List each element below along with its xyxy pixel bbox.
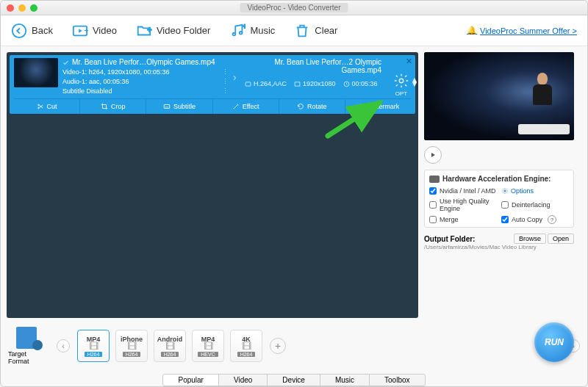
add-video-label: Video	[93, 25, 117, 36]
cut-button[interactable]: Cut	[14, 99, 80, 114]
nvidia-intel-amd-checkbox[interactable]: Nvidia / Intel / AMD	[429, 187, 497, 195]
svg-point-15	[504, 190, 506, 192]
merge-checkbox[interactable]: Merge	[429, 215, 497, 224]
help-icon[interactable]: ?	[548, 215, 556, 224]
svg-point-10	[399, 79, 404, 83]
tab-popular[interactable]: Popular	[162, 374, 218, 386]
target-format-button[interactable]: Target Format	[8, 327, 49, 365]
back-icon	[11, 23, 27, 39]
video-preview	[424, 52, 574, 140]
format-card-mp4-hevc[interactable]: MP4🎞HEVC	[192, 330, 224, 362]
close-window-button[interactable]	[7, 4, 14, 12]
run-button[interactable]: RUN	[534, 322, 574, 362]
remove-video-button[interactable]: ✕	[406, 57, 412, 66]
play-icon	[429, 151, 437, 159]
promo-link[interactable]: 🔔 VideoProc Summer Offer >	[467, 26, 577, 35]
svg-point-14	[359, 104, 362, 106]
clock-icon	[343, 81, 350, 87]
resolution-icon	[294, 81, 301, 87]
window-title: VideoProc - Video Converter	[240, 3, 348, 12]
format-bar: Target Format ‹ MP4🎞H264iPhone🎞H264Andro…	[1, 324, 587, 371]
bell-icon: 🔔	[467, 26, 477, 35]
tab-music[interactable]: Music	[320, 374, 370, 386]
hw-options-button[interactable]: Options	[501, 187, 569, 195]
output-duration: 00:05:36	[352, 80, 378, 87]
video-item-card[interactable]: ✕ Mr. Bean Live Perfor…Olympic Games.mp4…	[10, 55, 415, 114]
hw-accel-panel: Hardware Acceleration Engine: Nvidia / I…	[424, 170, 574, 228]
hw-title: Hardware Acceleration Engine:	[442, 175, 551, 183]
deinterlacing-checkbox[interactable]: Deinterlacing	[501, 198, 569, 212]
clear-label: Clear	[315, 25, 337, 36]
input-video-codec: Video-1: h264, 1920x1080, 00:05:36	[62, 68, 169, 76]
top-toolbar: Back + Video + Video Folder + Music Clea…	[1, 15, 587, 46]
svg-point-4	[233, 32, 236, 35]
reorder-arrows[interactable]: ▴▾	[412, 77, 417, 86]
add-video-button[interactable]: + Video	[72, 23, 117, 39]
browse-button[interactable]: Browse	[514, 234, 546, 244]
audio-track-menu[interactable]: ⋮	[222, 77, 229, 86]
svg-text:+: +	[84, 25, 88, 34]
effect-button[interactable]: Effect	[213, 99, 279, 114]
format-card-android-h264[interactable]: Android🎞H264	[154, 330, 186, 362]
svg-rect-7	[245, 82, 251, 85]
input-audio-codec: Audio-1: aac, 00:05:36	[62, 77, 129, 86]
back-button[interactable]: Back	[11, 23, 53, 39]
add-format-button[interactable]: +	[270, 338, 286, 354]
svg-text:+: +	[148, 25, 152, 33]
zoom-window-button[interactable]	[30, 4, 37, 12]
check-icon	[62, 59, 69, 66]
open-folder-button[interactable]: Open	[548, 234, 574, 244]
video-icon: +	[72, 23, 88, 39]
promo-label: VideoProc Summer Offer >	[480, 26, 577, 35]
target-format-label: Target Format	[8, 350, 49, 365]
format-category-tabs: PopularVideoDeviceMusicToolbox	[162, 374, 425, 386]
format-card-4k-h264[interactable]: 4K🎞H264	[230, 330, 262, 362]
format-card-mp4-h264[interactable]: MP4🎞H264	[77, 330, 110, 362]
trash-icon	[294, 23, 310, 39]
music-icon: +	[229, 23, 245, 39]
titlebar: VideoProc - Video Converter	[1, 1, 587, 15]
input-subtitle: Subtitle Disabled	[62, 87, 112, 95]
video-track-menu[interactable]: ⋮	[222, 68, 229, 76]
wand-icon	[232, 103, 240, 110]
add-music-button[interactable]: + Music	[229, 23, 275, 39]
crop-button[interactable]: Crop	[80, 99, 146, 114]
auto-copy-checkbox[interactable]: Auto Copy?	[501, 215, 569, 224]
input-filename: Mr. Bean Live Perfor…Olympic Games.mp4	[72, 58, 215, 67]
play-button[interactable]	[424, 146, 442, 164]
svg-point-11	[37, 104, 39, 106]
film-icon: 🎞	[89, 343, 98, 350]
film-icon: 🎞	[204, 343, 213, 350]
svg-point-12	[37, 107, 39, 109]
subtitle-button[interactable]: Subtitle	[146, 99, 212, 114]
output-folder-path: /Users/arfamirza/Movies/Mac Video Librar…	[424, 244, 574, 250]
format-card-iphone-h264[interactable]: iPhone🎞H264	[115, 330, 148, 362]
svg-text:+: +	[243, 23, 246, 30]
svg-point-5	[240, 31, 243, 34]
chip-icon	[429, 176, 440, 183]
output-folder-label: Output Folder:	[424, 235, 475, 243]
subtitle-icon	[163, 103, 171, 110]
subtitle-track-menu[interactable]: ⋮	[222, 87, 229, 95]
gear-icon	[501, 187, 509, 195]
film-icon: 🎞	[127, 343, 137, 350]
clear-button[interactable]: Clear	[294, 23, 337, 39]
format-prev-button[interactable]: ‹	[57, 339, 70, 352]
high-quality-engine-checkbox[interactable]: Use High Quality Engine	[429, 198, 497, 212]
codec-options-button[interactable]: OPT	[393, 73, 409, 97]
video-list-pane: ✕ Mr. Bean Live Perfor…Olympic Games.mp4…	[7, 52, 418, 318]
tab-toolbox[interactable]: Toolbox	[369, 374, 425, 386]
gear-icon	[32, 340, 43, 350]
codec-options-label: OPT	[393, 90, 409, 97]
folder-icon: +	[136, 23, 152, 39]
tab-device[interactable]: Device	[267, 374, 320, 386]
tab-video[interactable]: Video	[218, 374, 268, 386]
person-icon	[357, 103, 365, 110]
watermark-button[interactable]: Watermark	[345, 99, 411, 114]
add-video-folder-button[interactable]: + Video Folder	[136, 23, 210, 39]
minimize-window-button[interactable]	[18, 4, 26, 12]
back-label: Back	[32, 25, 53, 36]
rotate-button[interactable]: Rotate	[279, 99, 345, 114]
add-music-label: Music	[250, 25, 275, 36]
convert-arrow-icon: ›	[233, 71, 240, 83]
